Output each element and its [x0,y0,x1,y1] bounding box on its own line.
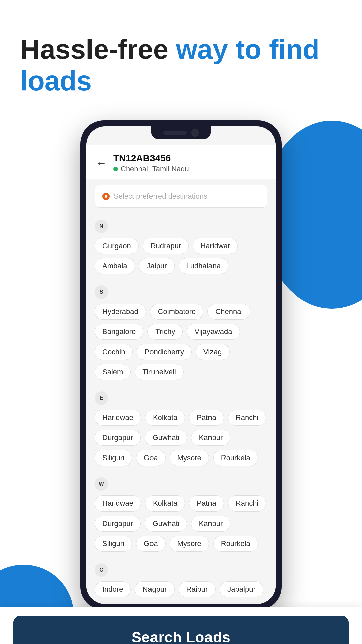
direction-section-e: EHaridwaeKolkataPatnaRanchiDurgapurGuwha… [86,387,276,473]
phone-container: ← TN12AB3456 Chennai, Tamil Nadu Select … [0,120,362,610]
location-text: Chennai, Tamil Nadu [121,165,189,173]
direction-header-c: C [95,563,267,577]
chips-row-e: HaridwaeKolkataPatnaRanchiDurgapurGuwhat… [95,410,267,466]
header-line1-blue: way to find [176,34,319,64]
chip-bangalore[interactable]: Bangalore [95,324,143,340]
header-line2-blue: loads [20,65,92,96]
search-placeholder-text: Select preferred destinations [114,192,207,201]
chip-guwhati[interactable]: Guwhati [145,516,187,532]
chip-ranchi[interactable]: Ranchi [228,495,266,512]
chips-row-c: IndoreNagpurRaipurJabalpur [95,581,267,597]
chip-ambala[interactable]: Ambala [95,258,135,274]
screen-content: ← TN12AB3456 Chennai, Tamil Nadu Select … [86,126,276,604]
direction-badge-w: W [95,477,108,491]
chip-goa[interactable]: Goa [136,450,166,466]
chip-mysore[interactable]: Mysore [170,450,209,466]
chip-durgapur[interactable]: Durgapur [95,516,141,532]
chip-jaipur[interactable]: Jaipur [139,258,175,274]
chip-goa[interactable]: Goa [136,536,166,552]
chip-patna[interactable]: Patna [189,495,224,512]
back-button[interactable]: ← [96,157,107,169]
chip-kanpur[interactable]: Kanpur [191,430,230,446]
chip-ranchi[interactable]: Ranchi [228,410,266,426]
chip-ludhaiana[interactable]: Ludhaiana [179,258,229,274]
phone-mockup: ← TN12AB3456 Chennai, Tamil Nadu Select … [80,120,282,610]
direction-section-n: NGurgaonRudrapurHaridwarAmbalaJaipurLudh… [86,215,276,281]
phone-notch [151,126,211,139]
chip-vijayawada[interactable]: Vijayawada [187,324,240,340]
direction-section-w: WHaridwaeKolkataPatnaRanchiDurgapurGuwha… [86,473,276,558]
pin-icon [102,193,110,200]
chip-chennai[interactable]: Chennai [207,304,250,320]
chip-durgapur[interactable]: Durgapur [95,430,141,446]
chip-haridwae[interactable]: Haridwae [95,495,141,512]
direction-header-n: N [95,220,267,233]
direction-header-w: W [95,477,267,491]
chip-siliguri[interactable]: Siliguri [95,536,132,552]
notch-speaker [163,131,187,135]
chip-kolkata[interactable]: Kolkata [145,495,185,512]
chip-tirunelveli[interactable]: Tirunelveli [135,364,183,380]
direction-badge-s: S [95,285,108,299]
chip-hyderabad[interactable]: Hyderabad [95,304,146,320]
chip-rourkela[interactable]: Rourkela [213,536,258,552]
chip-nagpur[interactable]: Nagpur [135,581,174,597]
chip-salem[interactable]: Salem [95,364,131,380]
chip-trichy[interactable]: Trichy [147,324,183,340]
chip-coimbatore[interactable]: Coimbatore [150,304,204,320]
chip-kolkata[interactable]: Kolkata [145,410,185,426]
chip-raipur[interactable]: Raipur [179,581,216,597]
location-dot-icon [113,167,118,171]
chips-row-w: HaridwaeKolkataPatnaRanchiDurgapurGuwhat… [95,495,267,552]
chips-row-s: HyderabadCoimbatoreChennaiBangaloreTrich… [95,304,267,380]
header-line1-plain: Hassle-free [20,34,176,64]
phone-screen: ← TN12AB3456 Chennai, Tamil Nadu Select … [86,126,276,604]
direction-header-e: E [95,391,267,405]
chip-haridwae[interactable]: Haridwae [95,410,141,426]
screen-topbar: ← TN12AB3456 Chennai, Tamil Nadu [86,145,276,179]
chip-vizag[interactable]: Vizag [196,344,230,360]
header-title: Hassle-free way to find loads [20,34,342,97]
vehicle-location: Chennai, Tamil Nadu [113,165,189,173]
chip-siliguri[interactable]: Siliguri [95,450,132,466]
chip-pondicherry[interactable]: Pondicherry [137,344,191,360]
chips-row-n: GurgaonRudrapurHaridwarAmbalaJaipurLudha… [95,238,267,274]
direction-badge-n: N [95,220,108,233]
chip-rourkela[interactable]: Rourkela [213,450,258,466]
chip-patna[interactable]: Patna [189,410,224,426]
vehicle-info: TN12AB3456 Chennai, Tamil Nadu [113,153,189,173]
directions-container: NGurgaonRudrapurHaridwarAmbalaJaipurLudh… [86,215,276,604]
direction-badge-c: C [95,563,108,577]
header-section: Hassle-free way to find loads [0,0,362,110]
chip-mysore[interactable]: Mysore [170,536,209,552]
bottom-action-bar: Search Loads [0,607,362,644]
chip-haridwar[interactable]: Haridwar [193,238,238,254]
search-loads-button[interactable]: Search Loads [13,616,349,644]
chip-kanpur[interactable]: Kanpur [191,516,230,532]
chip-jabalpur[interactable]: Jabalpur [220,581,263,597]
direction-header-s: S [95,285,267,299]
chip-gurgaon[interactable]: Gurgaon [95,238,139,254]
direction-section-c: CIndoreNagpurRaipurJabalpur [86,558,276,604]
chip-guwhati[interactable]: Guwhati [145,430,187,446]
destination-search-bar[interactable]: Select preferred destinations [95,185,267,208]
chip-cochin[interactable]: Cochin [95,344,133,360]
vehicle-id: TN12AB3456 [113,153,189,164]
notch-camera [191,129,199,137]
direction-badge-e: E [95,391,108,405]
direction-section-s: SHyderabadCoimbatoreChennaiBangaloreTric… [86,281,276,387]
chip-indore[interactable]: Indore [95,581,131,597]
chip-rudrapur[interactable]: Rudrapur [143,238,189,254]
bottom-area: Search Loads [0,607,362,644]
